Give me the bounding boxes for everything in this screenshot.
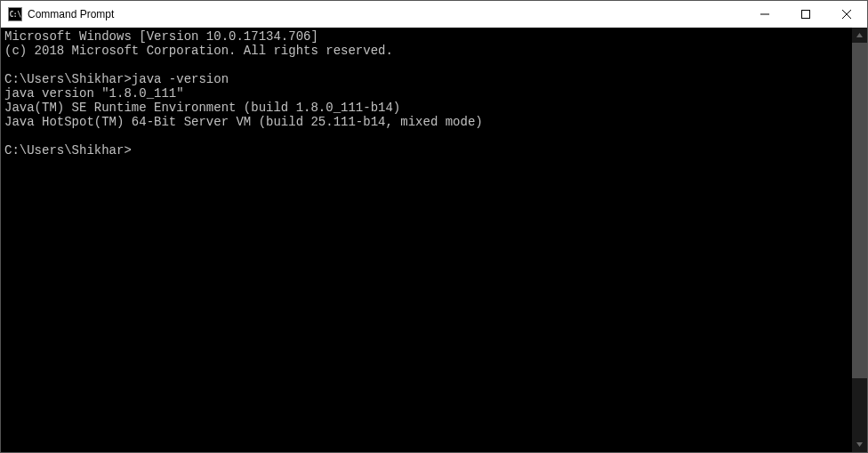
terminal-output[interactable]: Microsoft Windows [Version 10.0.17134.70…: [1, 28, 852, 452]
terminal-line: (c) 2018 Microsoft Corporation. All righ…: [4, 44, 852, 58]
svg-marker-4: [856, 33, 863, 37]
maximize-button[interactable]: [785, 1, 826, 28]
terminal-line: java version "1.8.0_111": [4, 86, 852, 101]
titlebar-left: C:\ Command Prompt: [1, 7, 114, 21]
terminal-line: C:\Users\Shikhar>java -version: [4, 72, 852, 86]
titlebar: C:\ Command Prompt: [1, 1, 867, 28]
terminal-line: [4, 129, 852, 143]
terminal-line: Microsoft Windows [Version 10.0.17134.70…: [4, 29, 852, 44]
terminal-container: Microsoft Windows [Version 10.0.17134.70…: [1, 28, 867, 452]
minimize-button[interactable]: [744, 1, 785, 28]
scroll-up-button[interactable]: [852, 28, 867, 43]
minimize-icon: [760, 10, 769, 19]
close-icon: [842, 10, 851, 19]
chevron-down-icon: [856, 441, 864, 449]
terminal-prompt: C:\Users\Shikhar>: [4, 143, 132, 158]
window-controls: [744, 1, 867, 28]
chevron-up-icon: [856, 31, 864, 39]
vertical-scrollbar[interactable]: [852, 28, 867, 452]
close-button[interactable]: [826, 1, 867, 28]
terminal-line: [4, 58, 852, 72]
terminal-line: Java HotSpot(TM) 64-Bit Server VM (build…: [4, 115, 852, 129]
maximize-icon: [801, 10, 810, 19]
svg-rect-1: [802, 11, 810, 19]
scroll-thumb[interactable]: [852, 43, 867, 378]
terminal-prompt-line[interactable]: C:\Users\Shikhar>: [4, 143, 852, 158]
scroll-down-button[interactable]: [852, 437, 867, 452]
window-title: Command Prompt: [28, 8, 114, 20]
svg-marker-5: [856, 442, 863, 447]
command-prompt-icon: C:\: [8, 7, 22, 21]
scroll-track[interactable]: [852, 43, 867, 437]
terminal-line: Java(TM) SE Runtime Environment (build 1…: [4, 101, 852, 115]
